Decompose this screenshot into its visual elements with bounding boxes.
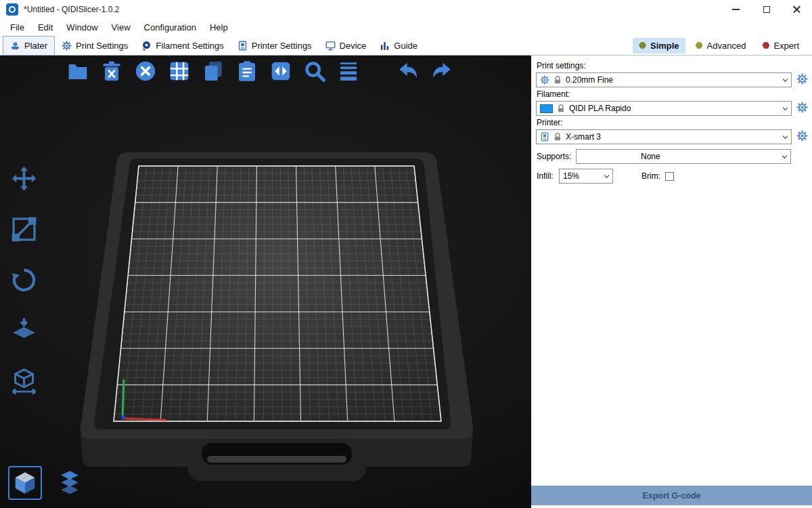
place-on-face-icon <box>11 318 37 344</box>
3d-editor-view-icon <box>12 470 38 496</box>
printer-edit-button[interactable] <box>795 130 809 144</box>
undo-icon <box>397 60 419 82</box>
printer-icon <box>238 41 248 51</box>
menu-edit[interactable]: Edit <box>31 20 60 35</box>
redo-button[interactable] <box>429 58 455 84</box>
sidebar: Print settings: 0.20mm Fine Filament: QI… <box>531 56 812 508</box>
tab-print-settings[interactable]: Print Settings <box>55 37 135 55</box>
print-settings-value: 0.20mm Fine <box>566 75 775 85</box>
titlebar: *Untitled - QIDISlicer-1.0.2 <box>0 0 812 19</box>
copy-button[interactable] <box>200 58 226 84</box>
print-bed <box>0 56 531 508</box>
open-icon <box>67 60 89 82</box>
infill-value: 15% <box>563 171 597 181</box>
app-logo-icon <box>6 3 18 16</box>
chevron-down-icon <box>600 169 612 183</box>
simple-mode-icon <box>639 42 646 49</box>
3d-viewport[interactable] <box>0 56 531 508</box>
mode-advanced[interactable]: Advanced <box>690 38 752 54</box>
split-button[interactable] <box>268 58 294 84</box>
plater-icon <box>10 41 20 51</box>
open-button[interactable] <box>65 58 91 84</box>
gear-icon <box>540 75 549 85</box>
window-title: *Untitled - QIDISlicer-1.0.2 <box>24 5 119 14</box>
advanced-mode-icon <box>696 42 703 49</box>
menu-view[interactable]: View <box>105 20 137 35</box>
printer-value: X-smart 3 <box>566 132 775 142</box>
delete-all-button[interactable] <box>133 58 158 84</box>
split-icon <box>270 60 292 82</box>
tab-filament-settings[interactable]: Filament Settings <box>135 37 230 55</box>
variable-layer-height-button[interactable] <box>336 58 361 84</box>
tabbar: Plater Print Settings Filament Settings … <box>0 36 812 56</box>
brim-checkbox[interactable] <box>665 172 674 181</box>
gear-icon <box>62 41 72 51</box>
tab-guide[interactable]: Guide <box>373 37 424 55</box>
infill-combo[interactable]: 15% <box>559 169 613 184</box>
move-icon <box>11 165 37 192</box>
x-axis <box>124 419 166 420</box>
mode-label: Advanced <box>707 41 746 51</box>
export-gcode-button[interactable]: Export G-code <box>531 486 812 505</box>
close-button[interactable] <box>782 0 812 19</box>
3d-editor-view-button[interactable] <box>8 466 42 500</box>
mode-simple[interactable]: Simple <box>633 38 685 54</box>
move-button[interactable] <box>8 163 40 194</box>
filament-label: Filament: <box>537 89 809 99</box>
tab-printer-settings[interactable]: Printer Settings <box>231 37 319 55</box>
minimize-button[interactable] <box>721 0 751 19</box>
tab-label: Device <box>340 41 367 51</box>
filament-icon <box>141 41 152 51</box>
device-icon <box>325 41 336 51</box>
minimize-icon <box>732 9 740 10</box>
tab-label: Plater <box>24 41 47 51</box>
tab-device[interactable]: Device <box>319 37 374 55</box>
place-on-face-button[interactable] <box>8 315 40 347</box>
paste-icon <box>236 60 258 82</box>
printer-combo[interactable]: X-smart 3 <box>536 129 792 144</box>
menu-window[interactable]: Window <box>60 20 104 35</box>
preview-icon <box>57 470 83 496</box>
gear-icon <box>796 130 808 142</box>
print-settings-label: Print settings: <box>537 61 809 70</box>
filament-value: QIDI PLA Rapido <box>569 104 775 113</box>
delete-all-icon <box>135 60 156 82</box>
filament-color-swatch <box>540 104 553 113</box>
scale-button[interactable] <box>8 213 40 245</box>
menu-configuration[interactable]: Configuration <box>137 20 203 35</box>
mode-expert[interactable]: Expert <box>756 38 805 54</box>
undo-button[interactable] <box>395 58 421 84</box>
chevron-down-icon <box>779 130 791 144</box>
expert-mode-icon <box>762 42 769 49</box>
search-icon <box>304 60 325 82</box>
filament-combo[interactable]: QIDI PLA Rapido <box>536 101 792 116</box>
delete-button[interactable] <box>99 58 125 84</box>
paste-button[interactable] <box>234 58 260 84</box>
menu-help[interactable]: Help <box>203 20 235 35</box>
tab-label: Filament Settings <box>156 41 223 51</box>
chevron-down-icon <box>779 102 791 115</box>
rotate-button[interactable] <box>8 264 40 296</box>
delete-icon <box>101 60 122 82</box>
print-settings-combo[interactable]: 0.20mm Fine <box>536 72 792 87</box>
measure-button[interactable] <box>8 366 40 398</box>
tab-plater[interactable]: Plater <box>3 36 55 56</box>
view-switch <box>8 466 87 500</box>
arrange-button[interactable] <box>166 58 192 84</box>
maximize-icon <box>763 6 770 13</box>
rotate-icon <box>11 267 37 293</box>
search-button[interactable] <box>302 58 328 84</box>
lock-icon <box>556 104 566 113</box>
maximize-button[interactable] <box>751 0 782 19</box>
supports-combo[interactable]: None <box>576 149 791 164</box>
filament-edit-button[interactable] <box>795 102 809 115</box>
preview-button[interactable] <box>53 466 87 500</box>
gear-icon <box>796 73 808 85</box>
print-settings-edit-button[interactable] <box>795 73 809 87</box>
copy-icon <box>202 60 224 82</box>
infill-label: Infill: <box>537 171 559 181</box>
mode-switcher: Simple Advanced Expert <box>633 38 812 54</box>
printer-icon <box>540 132 549 142</box>
menu-file[interactable]: File <box>3 20 31 35</box>
guide-icon <box>380 41 390 51</box>
